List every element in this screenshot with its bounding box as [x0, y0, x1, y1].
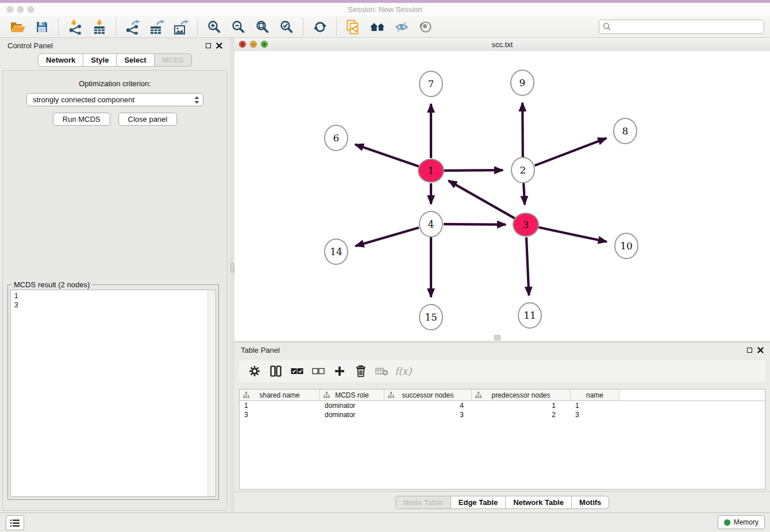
close-panel-button[interactable]: Close panel: [118, 113, 178, 126]
criterion-select[interactable]: strongly connected component: [26, 93, 203, 106]
trash-icon: [355, 365, 367, 377]
zoom-selected-button[interactable]: [275, 17, 299, 37]
graph-node-label: 2: [520, 164, 526, 176]
mcds-panel-body: Optimization criterion: strongly connect…: [2, 70, 228, 511]
new-network-from-selection-button[interactable]: [341, 17, 365, 37]
node-table: shared name MCDS role successor nodes pr…: [239, 389, 765, 489]
graph-node-label: 14: [330, 246, 342, 257]
create-column-button[interactable]: [329, 363, 350, 380]
export-network-button[interactable]: [121, 17, 145, 37]
save-session-button[interactable]: [30, 17, 54, 37]
close-network-button[interactable]: ×: [239, 41, 246, 48]
search-input[interactable]: [599, 20, 764, 34]
hierarchy-icon: [388, 392, 394, 398]
tab-edge-table[interactable]: Edge Table: [451, 496, 506, 509]
columns-icon: [270, 365, 282, 377]
deselect-all-columns-button[interactable]: [307, 363, 329, 380]
graph-edge-1-2[interactable]: [444, 170, 503, 171]
open-session-button[interactable]: [6, 17, 30, 37]
float-panel-icon[interactable]: [206, 43, 211, 48]
graph-edge-3-11[interactable]: [526, 237, 529, 295]
close-table-panel-icon[interactable]: [757, 347, 764, 353]
table-settings-button[interactable]: [244, 363, 265, 380]
cell-mcds-role[interactable]: dominator: [320, 411, 384, 419]
float-table-panel-icon[interactable]: [747, 348, 752, 353]
show-columns-button[interactable]: [265, 363, 286, 380]
table-header-row: shared name MCDS role successor nodes pr…: [240, 390, 765, 401]
window-title: Session: New Session: [0, 3, 770, 16]
task-history-button[interactable]: [6, 515, 24, 530]
tab-select[interactable]: Select: [117, 53, 154, 67]
cell-predecessor-nodes[interactable]: 2: [472, 411, 571, 419]
cell-shared-name[interactable]: 3: [240, 411, 320, 419]
tab-node-table[interactable]: Node Table: [395, 496, 451, 509]
canvas-scroll-thumb[interactable]: [494, 335, 500, 340]
network-canvas[interactable]: 7968124314101511: [234, 51, 770, 341]
table-row[interactable]: 1 dominator 4 1 1: [240, 401, 765, 410]
delete-column-button[interactable]: [371, 363, 392, 380]
control-panel: Control Panel Network Style Select MCDS …: [0, 38, 230, 513]
first-neighbors-button[interactable]: [365, 17, 390, 37]
column-header-predecessor-nodes[interactable]: predecessor nodes: [472, 390, 571, 400]
cell-name[interactable]: 3: [571, 411, 619, 419]
cell-predecessor-nodes[interactable]: 1: [472, 402, 571, 410]
zoom-out-button[interactable]: [226, 17, 251, 37]
tab-motifs[interactable]: Motifs: [572, 496, 609, 509]
maximize-window-button[interactable]: [28, 6, 34, 13]
graph-edge-2-3[interactable]: [523, 183, 525, 205]
close-panel-icon[interactable]: [216, 43, 222, 49]
import-table-button[interactable]: [87, 17, 111, 37]
column-header-shared-name[interactable]: shared name: [240, 390, 320, 400]
delete-row-button[interactable]: [350, 363, 371, 380]
cell-successor-nodes[interactable]: 4: [384, 402, 472, 410]
plus-icon: [334, 366, 345, 376]
network-graph: 7968124314101511: [234, 51, 770, 341]
list-icon: [10, 519, 20, 527]
save-icon: [36, 21, 48, 33]
run-mcds-button[interactable]: Run MCDS: [53, 113, 110, 126]
graph-edge-2-9[interactable]: [522, 103, 523, 157]
graph-edge-1-6[interactable]: [355, 144, 419, 166]
graph-edge-2-8[interactable]: [535, 138, 607, 165]
tab-style[interactable]: Style: [83, 53, 117, 67]
cell-successor-nodes[interactable]: 3: [384, 411, 472, 419]
column-header-mcds-role[interactable]: MCDS role: [320, 390, 384, 400]
cell-shared-name[interactable]: 1: [240, 402, 320, 410]
export-image-button[interactable]: [169, 17, 193, 37]
graph-edge-3-1[interactable]: [448, 180, 514, 218]
toolbar-separator: [116, 18, 117, 36]
graph-edge-4-14[interactable]: [356, 228, 419, 246]
maximize-network-button[interactable]: +: [261, 41, 268, 48]
function-builder-button[interactable]: f(x): [392, 363, 414, 380]
graph-edge-4-3[interactable]: [444, 224, 506, 225]
mcds-result-textarea[interactable]: 1 3: [10, 290, 216, 497]
column-header-successor-nodes[interactable]: successor nodes: [384, 390, 472, 400]
tab-network[interactable]: Network: [38, 53, 83, 67]
memory-button[interactable]: Memory: [718, 515, 765, 529]
hide-selected-button[interactable]: [390, 17, 414, 37]
panel-splitter[interactable]: [230, 38, 234, 513]
graph-node-label: 3: [523, 219, 529, 230]
minimize-window-button[interactable]: [17, 6, 24, 13]
zoom-in-button[interactable]: [202, 17, 226, 37]
graph-node-label: 15: [425, 311, 437, 323]
graph-edge-3-10[interactable]: [538, 228, 607, 242]
column-header-name[interactable]: name: [571, 390, 619, 400]
export-table-button[interactable]: [145, 17, 169, 37]
tab-mcds[interactable]: MCDS: [155, 53, 192, 67]
zoom-fit-button[interactable]: [251, 17, 275, 37]
apply-layout-button[interactable]: [308, 17, 332, 37]
export-image-icon: [173, 20, 189, 34]
cell-name[interactable]: 1: [571, 402, 619, 410]
close-window-button[interactable]: [7, 6, 13, 13]
import-network-button[interactable]: [63, 17, 87, 37]
toolbar-separator: [336, 18, 337, 36]
select-all-columns-button[interactable]: [286, 363, 307, 380]
cell-mcds-role[interactable]: dominator: [320, 402, 384, 410]
result-scrollbar[interactable]: [207, 290, 215, 496]
minimize-network-button[interactable]: −: [250, 41, 257, 48]
tab-network-table[interactable]: Network Table: [506, 496, 572, 509]
table-row[interactable]: 3 dominator 3 2 3: [240, 410, 765, 419]
show-all-button[interactable]: [414, 17, 438, 37]
checked-boxes-icon: [291, 367, 303, 375]
